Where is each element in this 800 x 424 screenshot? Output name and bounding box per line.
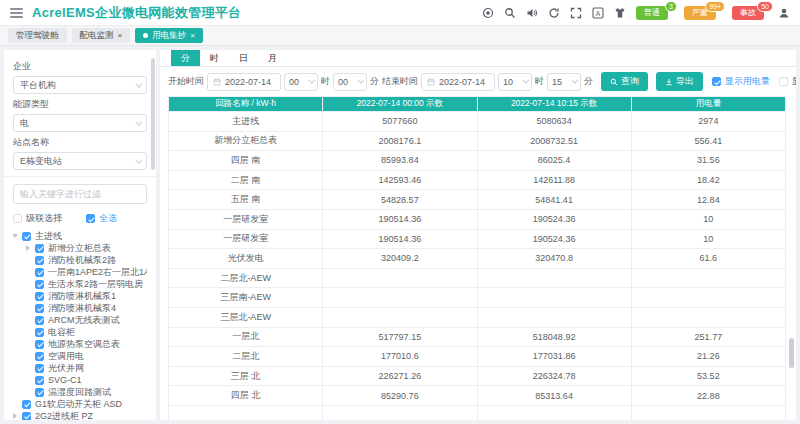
sidebar-scrollbar[interactable] <box>151 58 155 170</box>
checkbox-icon[interactable] <box>35 364 44 373</box>
checkbox-icon[interactable] <box>35 292 44 301</box>
end-reading-cell: 54841.41 <box>477 190 631 210</box>
show-cost-checkbox[interactable]: 显示费用 <box>779 75 796 88</box>
tree-item[interactable]: 温湿度回路测试 <box>13 386 147 398</box>
end-date-input[interactable]: 2022-07-14 <box>421 73 495 91</box>
period-tab[interactable]: 日 <box>229 50 258 66</box>
table-scrollbar[interactable] <box>789 338 794 368</box>
query-button[interactable]: 查询 <box>601 72 648 91</box>
user-icon[interactable] <box>778 7 790 19</box>
table-row: 主进线 5077660 5080634 2974 <box>169 112 786 132</box>
volume-icon[interactable] <box>526 7 538 19</box>
checkbox-icon[interactable] <box>22 412 31 421</box>
table-header-row: 回路名称 / kW·h2022-07-14 00:00 示数2022-07-14… <box>169 97 786 112</box>
checkbox-icon[interactable] <box>35 388 44 397</box>
end-hour-select[interactable]: 10 <box>498 73 532 91</box>
checkbox-icon[interactable] <box>35 244 44 253</box>
field-select[interactable]: 电 <box>13 114 147 132</box>
cascade-checkbox[interactable]: 级联选择 <box>13 212 62 225</box>
tree-options: 级联选择 全选 <box>13 212 147 225</box>
tree-filter-input[interactable] <box>13 184 147 204</box>
start-date-input[interactable]: 2022-07-14 <box>207 73 281 91</box>
alarm-badge[interactable]: 3普通 <box>636 6 668 20</box>
checkbox-icon[interactable] <box>22 232 31 241</box>
tree-item[interactable]: 新增分立柜总表 <box>13 242 147 254</box>
start-reading-cell: 190514.36 <box>323 229 477 249</box>
export-button[interactable]: 导出 <box>656 72 703 91</box>
dashboard-icon[interactable] <box>482 7 494 19</box>
checkbox-icon[interactable] <box>35 268 44 277</box>
field-select[interactable]: E栋变电站 <box>13 152 147 170</box>
tree-item[interactable]: 消防喷淋机械泵4 <box>13 302 147 314</box>
end-reading-cell <box>477 405 631 420</box>
theme-icon[interactable] <box>614 7 626 19</box>
start-minute-select[interactable]: 00 <box>333 73 367 91</box>
tree-item[interactable]: G1软启动开关柜 ASD <box>13 398 147 410</box>
table-row: 一层研发室 190514.36 190524.36 10 <box>169 209 786 229</box>
tree-item[interactable]: 光伏并网 <box>13 362 147 374</box>
expand-arrow-icon[interactable] <box>26 245 30 251</box>
close-icon[interactable]: × <box>190 32 195 40</box>
alarm-badge[interactable]: 50事故 <box>732 6 764 20</box>
tree-item-label: 光伏并网 <box>48 362 84 374</box>
fullscreen-icon[interactable] <box>570 7 582 19</box>
menu-icon[interactable] <box>10 8 23 18</box>
checkbox-icon[interactable] <box>35 316 44 325</box>
period-tab[interactable]: 月 <box>258 50 287 66</box>
tree-item[interactable]: 电容柜 <box>13 326 147 338</box>
end-minute-select[interactable]: 15 <box>547 73 581 91</box>
font-size-icon[interactable]: A <box>592 7 604 19</box>
sidebar-fields: 企业 平台机构 能源类型 电 站点名称 E栋变电站 <box>13 60 147 170</box>
tree-item[interactable]: SVG-C1 <box>13 374 147 386</box>
period-tab[interactable]: 时 <box>200 50 229 66</box>
circuit-name-cell: 二层 南 <box>169 170 323 190</box>
checkbox-icon[interactable] <box>35 340 44 349</box>
search-icon <box>610 78 618 86</box>
tree-item[interactable]: ARCM无线表测试 <box>13 314 147 326</box>
period-tab[interactable]: 分 <box>171 50 200 66</box>
checkbox-icon[interactable] <box>35 352 44 361</box>
circuit-name-cell: 四层 北 <box>169 386 323 406</box>
show-energy-checkbox[interactable]: 显示用电量 <box>712 75 770 88</box>
checkbox-icon[interactable] <box>35 328 44 337</box>
circuit-name-cell: 二层北 <box>169 347 323 367</box>
select-all-checkbox[interactable]: 全选 <box>86 212 117 225</box>
checkbox-icon[interactable] <box>35 376 44 385</box>
table-row: 三层 北 226271.26 226324.78 53.52 <box>169 366 786 386</box>
tree-item[interactable]: 消防喷淋机械泵1 <box>13 290 147 302</box>
start-reading-cell: 517797.15 <box>323 327 477 347</box>
active-dot <box>143 33 148 38</box>
expand-arrow-icon[interactable] <box>13 413 17 419</box>
route-tab[interactable]: 配电监测× <box>72 28 131 43</box>
checkbox-icon[interactable] <box>35 280 44 289</box>
field-select[interactable]: 平台机构 <box>13 76 147 94</box>
checkbox-icon[interactable] <box>35 304 44 313</box>
tree-item[interactable]: 2G2进线柜 PZ <box>13 410 147 420</box>
circuit-name-cell: 一层研发室 <box>169 209 323 229</box>
tree-item[interactable]: 空调用电 <box>13 350 147 362</box>
chevron-down-icon <box>571 77 578 84</box>
checkbox-icon[interactable] <box>35 256 44 265</box>
energy-cell <box>631 307 785 327</box>
alarm-badge[interactable]: 99+严重 <box>684 6 716 20</box>
chevron-down-icon <box>308 77 315 84</box>
tree-item[interactable]: 生活水泵2路一层弱电房 <box>13 278 147 290</box>
expand-arrow-icon[interactable] <box>13 234 18 238</box>
route-tab[interactable]: 管理驾驶舱× <box>8 28 67 43</box>
search-icon[interactable] <box>504 7 516 19</box>
svg-text:A: A <box>596 9 601 16</box>
close-icon[interactable]: × <box>118 32 123 40</box>
start-hour-select[interactable]: 00 <box>284 73 318 91</box>
refresh-icon[interactable] <box>548 7 560 19</box>
table-row: 一层研发室 190514.36 190524.36 10 <box>169 229 786 249</box>
sidebar: 企业 平台机构 能源类型 电 站点名称 E栋变电站 级联选择 全选 <box>4 50 156 420</box>
tree-item[interactable]: 一层南1APE2右一层北1APE1左 <box>13 266 147 278</box>
checkbox-icon[interactable] <box>22 400 31 409</box>
circuit-name-cell: 二层北-AEW <box>169 268 323 288</box>
tree-item[interactable]: 主进线 <box>13 230 147 242</box>
tree-item-label: SVG-C1 <box>48 375 82 385</box>
tree-item[interactable]: 地源热泵空调总表 <box>13 338 147 350</box>
route-tab[interactable]: 用电集抄× <box>135 28 203 43</box>
tree-item[interactable]: 消防栓机械泵2路 <box>13 254 147 266</box>
calendar-icon <box>427 78 435 86</box>
